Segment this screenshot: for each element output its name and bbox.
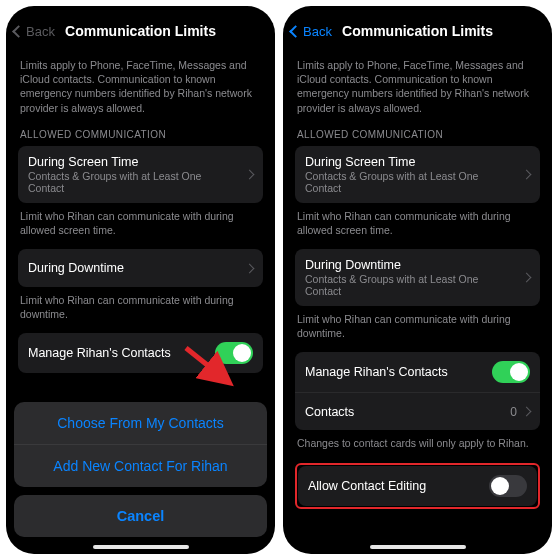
allow-editing-group: Allow Contact Editing	[298, 466, 537, 506]
during-screen-time-cell[interactable]: During Screen Time Contacts & Groups wit…	[295, 146, 540, 203]
content-area: Limits apply to Phone, FaceTime, Message…	[6, 46, 275, 373]
contacts-cell[interactable]: Contacts 0	[295, 392, 540, 430]
back-label: Back	[26, 24, 55, 39]
downtime-note: Limit who Rihan can communicate with dur…	[20, 293, 261, 321]
nav-bar: Back Communication Limits	[283, 6, 552, 46]
cell-title: Contacts	[305, 405, 354, 419]
cell-subtitle: Contacts & Groups with at Least One Cont…	[28, 170, 240, 194]
phone-left: Back Communication Limits Limits apply t…	[6, 6, 275, 554]
cell-title: During Screen Time	[305, 155, 517, 169]
action-sheet-options: Choose From My Contacts Add New Contact …	[14, 402, 267, 487]
nav-bar: Back Communication Limits	[6, 6, 275, 46]
cell-subtitle: Contacts & Groups with at Least One Cont…	[305, 170, 517, 194]
contacts-count: 0	[510, 405, 517, 419]
home-indicator[interactable]	[370, 545, 466, 549]
phone-right: Back Communication Limits Limits apply t…	[283, 6, 552, 554]
chevron-right-icon	[522, 169, 532, 179]
page-title: Communication Limits	[342, 23, 493, 39]
manage-contacts-toggle[interactable]	[492, 361, 530, 383]
downtime-note: Limit who Rihan can communicate with dur…	[297, 312, 538, 340]
during-downtime-cell[interactable]: During Downtime Contacts & Groups with a…	[295, 249, 540, 306]
content-area: Limits apply to Phone, FaceTime, Message…	[283, 46, 552, 509]
manage-contacts-cell[interactable]: Manage Rihan's Contacts	[295, 352, 540, 392]
during-downtime-cell[interactable]: During Downtime	[18, 249, 263, 287]
back-label: Back	[303, 24, 332, 39]
cell-subtitle: Contacts & Groups with at Least One Cont…	[305, 273, 517, 297]
add-new-contact-button[interactable]: Add New Contact For Rihan	[14, 444, 267, 487]
cancel-button[interactable]: Cancel	[14, 495, 267, 537]
cell-title: During Downtime	[305, 258, 517, 272]
action-sheet: Choose From My Contacts Add New Contact …	[6, 366, 275, 554]
screen-time-note: Limit who Rihan can communicate with dur…	[297, 209, 538, 237]
downtime-cell-group: During Downtime Contacts & Groups with a…	[295, 249, 540, 306]
contacts-group: Manage Rihan's Contacts Contacts 0	[295, 352, 540, 430]
allow-contact-editing-toggle[interactable]	[489, 475, 527, 497]
cell-title: Allow Contact Editing	[308, 479, 426, 493]
manage-contacts-toggle[interactable]	[215, 342, 253, 364]
downtime-cell-group: During Downtime	[18, 249, 263, 287]
intro-text: Limits apply to Phone, FaceTime, Message…	[20, 58, 261, 115]
chevron-right-icon	[522, 407, 532, 417]
chevron-left-icon	[291, 24, 303, 39]
screen-time-note: Limit who Rihan can communicate with dur…	[20, 209, 261, 237]
screen-time-cell-group: During Screen Time Contacts & Groups wit…	[18, 146, 263, 203]
home-indicator[interactable]	[93, 545, 189, 549]
cell-title: Manage Rihan's Contacts	[28, 346, 171, 360]
back-button[interactable]: Back	[14, 24, 55, 39]
screen-time-cell-group: During Screen Time Contacts & Groups wit…	[295, 146, 540, 203]
annotation-highlight: Allow Contact Editing	[295, 463, 540, 509]
chevron-right-icon	[245, 263, 255, 273]
chevron-right-icon	[522, 273, 532, 283]
page-title: Communication Limits	[65, 23, 216, 39]
back-button[interactable]: Back	[291, 24, 332, 39]
section-header-allowed: ALLOWED COMMUNICATION	[20, 129, 261, 140]
cell-title: Manage Rihan's Contacts	[305, 365, 448, 379]
intro-text: Limits apply to Phone, FaceTime, Message…	[297, 58, 538, 115]
contacts-note: Changes to contact cards will only apply…	[297, 436, 538, 450]
chevron-right-icon	[245, 169, 255, 179]
chevron-left-icon	[14, 24, 26, 39]
allow-contact-editing-cell[interactable]: Allow Contact Editing	[298, 466, 537, 506]
cell-title: During Screen Time	[28, 155, 240, 169]
cell-title: During Downtime	[28, 261, 124, 275]
section-header-allowed: ALLOWED COMMUNICATION	[297, 129, 538, 140]
during-screen-time-cell[interactable]: During Screen Time Contacts & Groups wit…	[18, 146, 263, 203]
choose-from-contacts-button[interactable]: Choose From My Contacts	[14, 402, 267, 444]
